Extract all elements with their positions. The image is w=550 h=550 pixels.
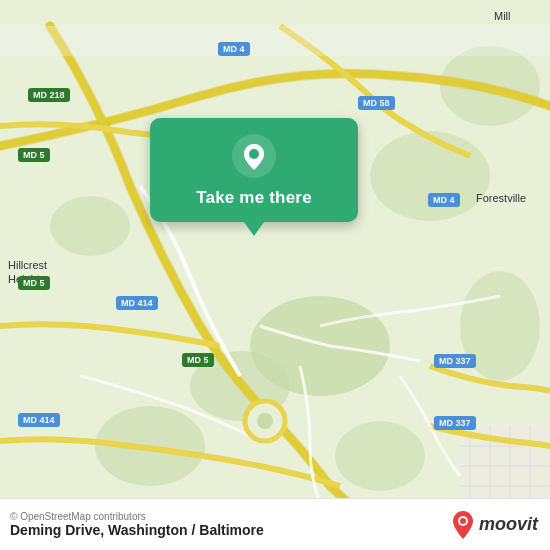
place-label-mill: Mill bbox=[494, 10, 511, 22]
road-badge-md5-bot: MD 5 bbox=[182, 353, 214, 367]
svg-point-19 bbox=[257, 413, 273, 429]
popup-card: Take me there bbox=[150, 118, 358, 222]
svg-point-23 bbox=[249, 149, 259, 159]
copyright-text: © OpenStreetMap contributors bbox=[10, 511, 264, 522]
road-badge-md4-top: MD 4 bbox=[218, 42, 250, 56]
svg-rect-20 bbox=[0, 26, 550, 56]
map-container: MD 4 MD 218 MD 5 MD 58 MD 4 MD 5 MD 414 … bbox=[0, 0, 550, 550]
moovit-brand-text: moovit bbox=[479, 514, 538, 535]
road-badge-md5-left: MD 5 bbox=[18, 148, 50, 162]
svg-point-5 bbox=[335, 421, 425, 491]
road-badge-md4-right: MD 4 bbox=[428, 193, 460, 207]
road-badge-md414-bot: MD 414 bbox=[18, 413, 60, 427]
road-badge-md337-bot: MD 337 bbox=[434, 416, 476, 430]
location-pin-icon bbox=[232, 134, 276, 178]
road-badge-md414-left: MD 414 bbox=[116, 296, 158, 310]
moovit-pin-icon bbox=[451, 511, 475, 539]
svg-point-6 bbox=[50, 196, 130, 256]
svg-point-25 bbox=[460, 518, 466, 524]
road-badge-md58: MD 58 bbox=[358, 96, 395, 110]
road-badge-md5-mid: MD 5 bbox=[18, 276, 50, 290]
svg-point-3 bbox=[370, 131, 490, 221]
road-badge-md218: MD 218 bbox=[28, 88, 70, 102]
place-label-forestville: Forestville bbox=[476, 192, 526, 204]
road-badge-md337-right: MD 337 bbox=[434, 354, 476, 368]
info-bar-left: © OpenStreetMap contributors Deming Driv… bbox=[10, 511, 264, 538]
info-bar: © OpenStreetMap contributors Deming Driv… bbox=[0, 498, 550, 550]
location-name: Deming Drive, Washington / Baltimore bbox=[10, 522, 264, 538]
moovit-logo: moovit bbox=[451, 511, 538, 539]
take-me-there-button[interactable]: Take me there bbox=[196, 188, 312, 208]
